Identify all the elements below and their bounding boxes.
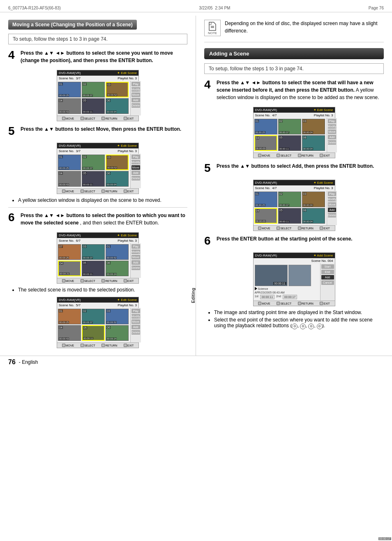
header-page: Page 76 (369, 6, 384, 10)
left-column: Moving a Scene (Changing the Position of… (0, 16, 196, 356)
right-step4: 4 Press the ▲▼ ◄► buttons to select the … (204, 79, 384, 101)
dvd-header-move4: DVD-RAM(VR) ✦ Edit Scene (57, 70, 138, 76)
right-column: NOTE Depending on the kind of disc, the … (196, 16, 392, 356)
left-step6-number: 6 (8, 212, 17, 227)
page-number: 76 (8, 358, 16, 366)
right-step5-number: 5 (204, 162, 213, 174)
left-step5: 5 Press the ▲▼ buttons to select Move, t… (8, 125, 187, 137)
right-step6-number: 6 (204, 235, 213, 247)
right-section-heading: Adding a Scene (204, 48, 384, 59)
right-step6-bullets: The image and starting point time are di… (208, 310, 384, 329)
note-section: NOTE Depending on the kind of disc, the … (204, 20, 384, 42)
page-lang: - English (19, 359, 38, 365)
dvd-screen-move-step6b: DVD-RAM(VR) ✦ Edit Scene Scene No. 5/7 P… (57, 297, 139, 348)
left-step5-text: Press the ▲▼ buttons to select Move, the… (21, 125, 181, 137)
left-step4: 4 Press the ▲▼ ◄► buttons to select the … (8, 49, 187, 64)
dvd-screen-move-step5: DVD-RAM(VR) ✦ Edit Scene Scene No. 3/7 P… (57, 143, 139, 194)
dvd-content-move4: 0100:00:25 0200:00:37 0300:00:52 0400:00… (57, 81, 138, 116)
main-content: Moving a Scene (Changing the Position of… (0, 16, 392, 356)
right-step6-text: Press the ENTER button at the starting p… (217, 235, 353, 247)
note-svg-icon (208, 21, 217, 31)
note-text: Depending on the kind of disc, the displ… (225, 20, 384, 36)
right-step4-text: Press the ▲▼ ◄► buttons to select the sc… (217, 79, 384, 101)
page-container: 6_00773A-R120-AFS(66-83) 3/22/05 2:34 PM… (0, 0, 392, 541)
dvd-screen-move-step6a: DVD-RAM(VR) ✦ Edit Scene Scene No. 6/7 P… (57, 232, 139, 284)
left-section-heading: Moving a Scene (Changing the Position of… (8, 20, 137, 30)
left-step6-text: Press the ▲▼ ◄► buttons to select the po… (21, 212, 187, 227)
header-filename: 6_00773A-R120-AFS(66-83) (8, 6, 61, 10)
dvd-screen-add-step5: DVD-RAM(VR) ✦ Edit Scene Scene No. 4/7 P… (253, 180, 335, 231)
dvd-screen-add-step4: DVD-RAM(VR) ✦ Edit Scene Scene No. 4/7 P… (253, 107, 335, 158)
right-step4-number: 4 (204, 79, 213, 101)
note-icon-block: NOTE (204, 20, 221, 36)
left-step6: 6 Press the ▲▼ ◄► buttons to select the … (8, 212, 187, 227)
page-footer: 76 - English (0, 356, 392, 368)
right-step6: 6 Press the ENTER button at the starting… (204, 235, 384, 247)
dvd-screen-move-step4: DVD-RAM(VR) ✦ Edit Scene Scene No. 3/7 P… (57, 70, 139, 121)
left-step6-bullets: The selected scene is moved to the selec… (12, 287, 187, 293)
header-datetime: 3/22/05 2:34 PM (199, 6, 230, 10)
left-step4-text: Press the ▲▼ ◄► buttons to select the sc… (21, 49, 187, 64)
right-setup-note: To setup, follow the steps 1 to 3 in pag… (204, 63, 384, 74)
right-step5: 5 Press the ▲▼ buttons to select Add, th… (204, 162, 384, 174)
left-step5-bullets: A yellow selection window is displayed o… (12, 197, 187, 203)
left-step4-number: 4 (8, 49, 17, 64)
right-step5-text: Press the ▲▼ buttons to select Add, then… (217, 162, 374, 174)
editing-label: Editing (191, 288, 196, 303)
left-setup-note: To setup, follow the steps 1 to 3 in pag… (8, 34, 187, 44)
page-header: 6_00773A-R120-AFS(66-83) 3/22/05 2:34 PM… (0, 4, 392, 12)
left-step5-number: 5 (8, 125, 17, 137)
dvd-screen-add-step6: DVD-RAM(VR) ✦ Add Scene Scene No. 004 00… (253, 252, 335, 306)
